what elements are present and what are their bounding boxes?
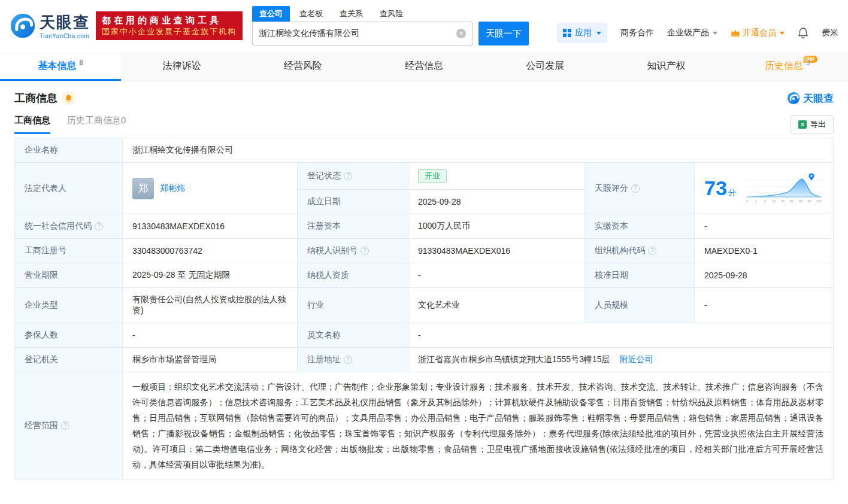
watermark-brand-text: 天眼查 [803, 92, 834, 105]
business-term-value: 2025-09-28 至 无固定期限 [123, 263, 298, 288]
slogan-line1: 都在用的商业查询工具 [102, 14, 237, 26]
field-label-establish-date: 成立日期 [298, 190, 408, 214]
field-label-org-code: 组织机构代码? [585, 239, 695, 263]
english-name-value: - [408, 323, 834, 348]
tab-count: 3 [806, 59, 810, 67]
tianyancha-logo-icon [10, 13, 36, 39]
paid-capital-value: - [695, 214, 834, 239]
legal-rep-avatar[interactable]: 郑 [132, 178, 154, 199]
score-distribution-chart[interactable]: 0 1 3 15 50 85 97 99 100 [744, 172, 823, 205]
export-label: 导出 [810, 119, 826, 130]
help-icon[interactable]: ? [95, 222, 103, 230]
section-title: 工商信息 [14, 91, 57, 105]
company-type-value: 有限责任公司(自然人投资或控股的法人独资) [123, 288, 298, 323]
tab-label: 经营信息 [405, 60, 443, 72]
industry-value: 文化艺术业 [408, 288, 585, 323]
search-tab-risk[interactable]: 查风险 [372, 6, 410, 22]
search-tab-boss[interactable]: 查老板 [292, 6, 330, 22]
score-pin-icon [808, 173, 814, 181]
search-tab-relation[interactable]: 查关系 [332, 6, 370, 22]
svg-text:100: 100 [816, 199, 821, 203]
table-row: 法定代表人 郑 郑彬炜 登记状态? 开业 天眼评分? 73分 [15, 163, 834, 190]
table-row: 工商注册号 330483000763742 纳税人识别号? 91330483MA… [15, 239, 834, 263]
field-label-reg-capital: 注册资本 [298, 214, 408, 239]
slogan-badge: 都在用的商业查询工具 国家中小企业发展子基金旗下机构 [96, 11, 243, 40]
monitor-bell-icon[interactable] [62, 92, 74, 104]
help-icon[interactable]: ? [344, 172, 352, 180]
subtab-business-info[interactable]: 工商信息 [14, 115, 50, 134]
tab-label: 基本信息 [38, 60, 76, 72]
logo-brand-text: 天眼查 [40, 12, 90, 33]
tab-history-info[interactable]: VIP 历史信息 3 [727, 53, 848, 81]
tab-legal-litigation[interactable]: 法律诉讼 [121, 53, 242, 81]
excel-icon: X [798, 120, 807, 129]
section-head: 工商信息 天眼查 [14, 91, 834, 105]
tab-operation-info[interactable]: 经营信息 [364, 53, 484, 81]
nav-vip-membership[interactable]: 开通会员 [731, 28, 785, 38]
nav-username[interactable]: 费米 [822, 28, 838, 38]
top-right-nav: 应用 商务合作 企业级产品 开通会员 费米 [557, 23, 838, 45]
tab-label: 法律诉讼 [162, 60, 201, 72]
tianyancha-logo[interactable]: 天眼查 TianYanCha.com [10, 12, 90, 40]
tab-label: 历史信息 [765, 60, 803, 72]
svg-text:3: 3 [764, 199, 765, 203]
table-row: 营业期限 2025-09-28 至 无固定期限 纳税人资质 - 核准日期 202… [15, 263, 834, 288]
tab-basic-info[interactable]: 基本信息 8 [0, 53, 121, 81]
tab-company-development[interactable]: 公司发展 [484, 53, 605, 81]
tianyancha-logo-icon [787, 92, 800, 105]
clear-search-icon[interactable]: ✕ [456, 29, 466, 38]
search-block: 查公司 查老板 查关系 查风险 ✕ 天眼一下 [252, 6, 529, 45]
company-name-value: 浙江桐绘文化传播有限公司 [123, 138, 834, 163]
help-icon[interactable]: ? [631, 184, 640, 193]
field-label-legal-rep: 法定代表人 [15, 163, 123, 214]
main-content: 工商信息 天眼查 工商信息 历史工商信息0 X 导出 [0, 91, 848, 479]
tab-label: 公司发展 [526, 60, 564, 72]
field-label-approval-date: 核准日期 [585, 263, 695, 288]
help-icon[interactable]: ? [61, 421, 69, 430]
table-row: 企业类型 有限责任公司(自然人投资或控股的法人独资) 行业 文化艺术业 人员规模… [15, 288, 834, 323]
tab-operation-risk[interactable]: 经营风险 [243, 53, 364, 81]
business-scope-value: 一般项目：组织文化艺术交流活动；广告设计、代理；广告制作；企业形象策划；专业设计… [123, 372, 834, 479]
field-label-company-type: 企业类型 [15, 288, 123, 323]
field-label-business-term: 营业期限 [15, 263, 123, 288]
reg-capital-value: 1000万人民币 [408, 214, 585, 239]
search-input-wrap: ✕ [252, 22, 473, 45]
search-tabs: 查公司 查老板 查关系 查风险 [252, 6, 529, 22]
field-label-company-name: 企业名称 [15, 138, 123, 163]
search-button[interactable]: 天眼一下 [478, 22, 529, 45]
help-icon[interactable]: ? [361, 247, 369, 255]
tab-intellectual-property[interactable]: 知识产权 [605, 53, 726, 81]
tab-label: 经营风险 [284, 60, 322, 72]
field-label-paid-capital: 实缴资本 [585, 214, 695, 239]
nav-business-cooperation[interactable]: 商务合作 [620, 28, 654, 38]
svg-text:1: 1 [755, 199, 756, 203]
apps-button[interactable]: 应用 [557, 23, 607, 43]
legal-rep-link[interactable]: 郑彬炜 [160, 183, 185, 194]
help-icon[interactable]: ? [344, 356, 352, 364]
svg-text:50: 50 [781, 199, 785, 203]
apps-label: 应用 [575, 28, 592, 38]
nearby-companies-link[interactable]: 附近公司 [619, 354, 653, 364]
chevron-down-icon [780, 32, 785, 35]
export-button[interactable]: X 导出 [791, 115, 834, 134]
help-icon[interactable]: ? [648, 247, 656, 255]
reg-status-value: 开业 [408, 163, 585, 190]
search-input[interactable] [259, 29, 456, 38]
svg-text:15: 15 [772, 199, 776, 203]
notification-bell-icon[interactable] [798, 27, 808, 39]
reg-authority-value: 桐乡市市场监督管理局 [123, 348, 298, 372]
taxpayer-id-value: 91330483MAEXDEX016 [408, 239, 585, 263]
field-label-business-scope: 经营范围? [15, 372, 123, 479]
svg-text:85: 85 [790, 199, 794, 203]
table-row: 统一社会信用代码? 91330483MAEXDEX016 注册资本 1000万人… [15, 214, 834, 239]
field-label-insured-count: 参保人数 [15, 323, 123, 348]
nav-enterprise-products[interactable]: 企业级产品 [667, 28, 717, 38]
company-detail-tabs: 基本信息 8 法律诉讼 经营风险 经营信息 公司发展 知识产权 VIP 历史信息… [0, 53, 848, 81]
search-tab-company[interactable]: 查公司 [252, 6, 290, 22]
table-row: 经营范围? 一般项目：组织文化艺术交流活动；广告设计、代理；广告制作；企业形象策… [15, 372, 834, 479]
legal-rep-value: 郑 郑彬炜 [123, 163, 298, 214]
table-row: 企业名称 浙江桐绘文化传播有限公司 [15, 138, 834, 163]
field-label-score: 天眼评分? [585, 163, 695, 214]
subtab-history-business-info[interactable]: 历史工商信息0 [67, 115, 126, 134]
staff-size-value: - [695, 288, 834, 323]
